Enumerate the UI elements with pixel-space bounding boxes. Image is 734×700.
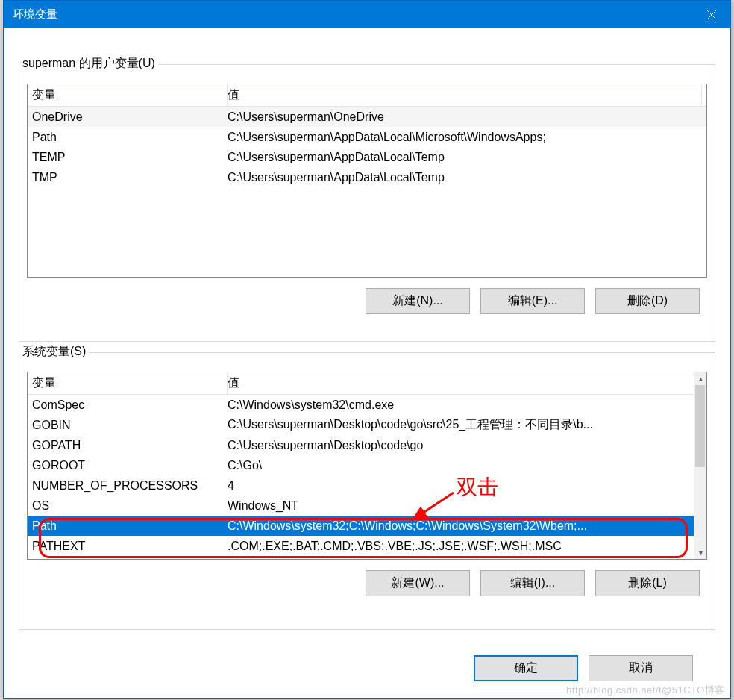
system-edit-button[interactable]: 编辑(I)... (480, 570, 585, 596)
system-vars-group: 系统变量(S) 变量 值 ComSpec C:\Windows\system32… (19, 352, 715, 630)
user-delete-button[interactable]: 删除(D) (595, 288, 700, 314)
user-vars-list[interactable]: 变量 值 OneDrive C:\Users\superman\OneDrive… (27, 84, 707, 278)
env-vars-dialog: 环境变量 superman 的用户变量(U) 变量 值 OneDrive C:\… (3, 0, 731, 699)
table-row[interactable]: TMP C:\Users\superman\AppData\Local\Temp (28, 167, 706, 187)
scroll-up-icon[interactable]: ▲ (694, 372, 707, 385)
table-row-selected[interactable]: Path C:\Windows\system32;C:\Windows;C:\W… (28, 516, 706, 536)
scroll-thumb[interactable] (695, 385, 705, 467)
user-list-header[interactable]: 变量 值 (28, 84, 706, 107)
table-row[interactable]: OS Windows_NT (28, 496, 706, 516)
scrollbar[interactable]: ▲ ▼ (694, 372, 706, 559)
scroll-down-icon[interactable]: ▼ (694, 546, 707, 559)
system-list-header[interactable]: 变量 值 (28, 372, 706, 395)
window-title: 环境变量 (13, 7, 57, 22)
close-button[interactable] (694, 1, 729, 28)
table-row[interactable]: GOPATH C:\Users\superman\Desktop\code\go (28, 435, 706, 455)
table-row[interactable]: OneDrive C:\Users\superman\OneDrive (28, 107, 706, 127)
system-new-button[interactable]: 新建(W)... (366, 570, 470, 596)
table-row[interactable]: TEMP C:\Users\superman\AppData\Local\Tem… (28, 147, 706, 167)
titlebar[interactable]: 环境变量 (4, 1, 730, 28)
user-vars-group: superman 的用户变量(U) 变量 值 OneDrive C:\Users… (19, 64, 715, 342)
table-row[interactable]: ComSpec C:\Windows\system32\cmd.exe (28, 395, 706, 415)
column-variable[interactable]: 变量 (32, 372, 228, 394)
cancel-button[interactable]: 取消 (589, 655, 693, 681)
column-variable[interactable]: 变量 (32, 84, 228, 106)
dialog-body: superman 的用户变量(U) 变量 值 OneDrive C:\Users… (4, 28, 730, 699)
system-vars-label: 系统变量(S) (19, 344, 89, 360)
column-value[interactable]: 值 (228, 372, 702, 394)
user-new-button[interactable]: 新建(N)... (366, 288, 470, 314)
column-value[interactable]: 值 (228, 84, 702, 106)
user-edit-button[interactable]: 编辑(E)... (480, 288, 585, 314)
ok-button[interactable]: 确定 (474, 655, 578, 681)
user-vars-label: superman 的用户变量(U) (19, 56, 158, 72)
table-row[interactable]: GOROOT C:\Go\ (28, 455, 706, 475)
table-row[interactable]: NUMBER_OF_PROCESSORS 4 (28, 475, 706, 496)
watermark: http://blog.csdn.net/t@51CTO博客 (566, 684, 725, 697)
table-row[interactable]: PATHEXT .COM;.EXE;.BAT;.CMD;.VBS;.VBE;.J… (28, 536, 706, 556)
close-icon (707, 10, 716, 19)
table-row[interactable]: GOBIN C:\Users\superman\Desktop\code\go\… (28, 415, 706, 435)
system-vars-list[interactable]: 变量 值 ComSpec C:\Windows\system32\cmd.exe… (27, 372, 707, 560)
table-row[interactable]: Path C:\Users\superman\AppData\Local\Mic… (28, 127, 706, 147)
system-delete-button[interactable]: 删除(L) (595, 570, 700, 596)
